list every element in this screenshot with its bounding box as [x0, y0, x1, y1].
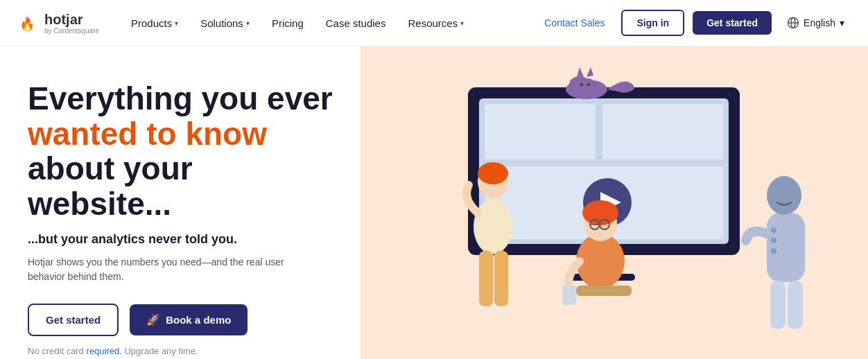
sign-in-button[interactable]: Sign in [621, 10, 684, 36]
svg-point-35 [767, 176, 801, 215]
svg-rect-25 [494, 251, 508, 306]
language-selector[interactable]: English ▾ [780, 11, 851, 35]
chevron-down-icon: ▾ [460, 19, 464, 27]
hero-subheadline: ...but your analytics never told you. [28, 232, 333, 247]
svg-rect-39 [770, 281, 785, 329]
chevron-down-icon: ▾ [840, 17, 844, 28]
get-started-nav-button[interactable]: Get started [693, 11, 772, 35]
hero-headline: Everything you ever wanted to know about… [28, 81, 333, 221]
hero-left: Everything you ever wanted to know about… [0, 46, 361, 359]
nav-case-studies[interactable]: Case studies [316, 12, 396, 35]
logo-text: hotjar by Contentsquare [44, 12, 99, 35]
svg-rect-8 [602, 104, 724, 159]
headline-orange: wanted to know [28, 116, 267, 152]
svg-rect-40 [788, 281, 803, 329]
hero-illustration-area [361, 46, 868, 359]
svg-rect-7 [485, 104, 596, 159]
svg-point-18 [587, 83, 590, 86]
nav-products[interactable]: Products ▾ [121, 12, 188, 35]
book-demo-button[interactable]: 🚀 Book a demo [130, 304, 248, 335]
svg-point-37 [771, 238, 776, 243]
hero-illustration [361, 46, 868, 359]
chevron-down-icon: ▾ [175, 19, 178, 27]
nav-resources[interactable]: Resources ▾ [398, 12, 474, 35]
headline-part1: Everything you ever wanted to know about… [28, 80, 333, 222]
svg-point-21 [474, 199, 512, 254]
globe-icon [787, 17, 799, 29]
no-credit-card-text: No credit card required. Upgrade any tim… [28, 346, 333, 356]
svg-rect-34 [767, 213, 805, 282]
language-label: English [804, 17, 835, 28]
book-demo-label: Book a demo [166, 314, 231, 326]
svg-rect-33 [576, 286, 632, 296]
svg-point-17 [580, 83, 583, 86]
chevron-down-icon: ▾ [246, 19, 250, 27]
contact-sales-link[interactable]: Contact Sales [536, 12, 613, 34]
brand-name: hotjar [44, 12, 99, 27]
get-started-button[interactable]: Get started [28, 304, 119, 336]
hotjar-logo-icon: 🔥 [17, 12, 39, 34]
svg-rect-24 [479, 251, 493, 306]
nav-pricing[interactable]: Pricing [262, 12, 313, 35]
svg-point-38 [771, 248, 776, 254]
brand-sub: by Contentsquare [44, 27, 99, 35]
logo[interactable]: 🔥 hotjar by Contentsquare [17, 12, 99, 35]
main-content: Everything you ever wanted to know about… [0, 46, 868, 359]
svg-text:🔥: 🔥 [19, 17, 35, 32]
svg-point-36 [771, 227, 776, 233]
hero-description: Hotjar shows you the numbers you need—an… [28, 255, 291, 284]
rocket-icon: 🚀 [146, 313, 160, 326]
svg-point-23 [478, 162, 508, 184]
svg-rect-32 [562, 286, 576, 305]
hero-buttons: Get started 🚀 Book a demo [28, 304, 333, 336]
nav-right-actions: Contact Sales Sign in Get started Englis… [536, 10, 851, 36]
nav-links: Products ▾ Solutions ▾ Pricing Case stud… [121, 12, 536, 35]
navbar: 🔥 hotjar by Contentsquare Products ▾ Sol… [0, 0, 868, 46]
nav-solutions[interactable]: Solutions ▾ [191, 12, 259, 35]
